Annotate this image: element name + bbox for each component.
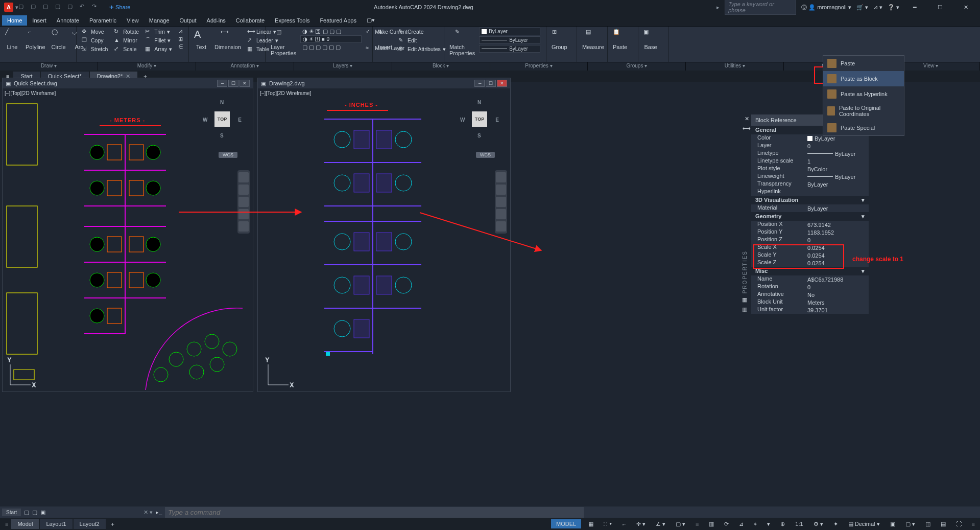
quick-properties-icon[interactable]: ▣: [887, 519, 898, 529]
fillet-button[interactable]: ⌒Fillet ▾: [143, 36, 174, 44]
prop-scale-x[interactable]: Scale X0.0254: [751, 244, 869, 251]
prop-plot-style[interactable]: Plot styleByColor: [751, 165, 869, 173]
customization-icon[interactable]: ≡: [969, 519, 978, 528]
saveas-icon[interactable]: ▢: [55, 3, 63, 11]
tab-focus-icon[interactable]: ▢▾: [362, 15, 380, 26]
extra3-icon[interactable]: ∈: [176, 43, 185, 50]
cmdline-icon-2[interactable]: ▢: [32, 509, 37, 516]
tab-featured-apps[interactable]: Featured Apps: [315, 15, 362, 26]
lineweight-combo[interactable]: ByLayer: [479, 36, 540, 44]
viewcube-top[interactable]: TOP: [472, 111, 487, 127]
viewport-left[interactable]: [−][Top][2D Wireframe] - METERS - N S E …: [3, 88, 253, 391]
doc-maximize-button[interactable]: ☐: [486, 80, 496, 87]
circle-button[interactable]: ◯Circle: [50, 28, 68, 51]
prop-material[interactable]: MaterialByLayer: [751, 204, 869, 212]
tab-collaborate[interactable]: Collaborate: [231, 15, 270, 26]
prop-scale-y[interactable]: Scale Y0.0254: [751, 251, 869, 259]
new-icon[interactable]: ▢: [18, 3, 27, 11]
snap-icon[interactable]: ⸬ ▾: [601, 519, 615, 529]
panel-label-block[interactable]: Block ▾: [392, 62, 490, 71]
layer-properties-button[interactable]: ◫Layer Properties: [269, 28, 298, 57]
share-button[interactable]: ✈ Share: [109, 4, 130, 11]
prop-transparency[interactable]: TransparencyByLayer: [751, 180, 869, 188]
measure-button[interactable]: ▤Measure: [580, 28, 606, 51]
paste-menu-paste-as-block[interactable]: Paste as Block: [823, 71, 904, 86]
isolate-icon[interactable]: ◫: [922, 519, 934, 529]
extra2-icon[interactable]: ⊞: [176, 35, 185, 42]
prop-layer[interactable]: Layer0: [751, 142, 869, 150]
add-layout-icon[interactable]: ＋: [107, 519, 118, 529]
navbar-showmotion-icon[interactable]: [496, 221, 506, 232]
create-button[interactable]: ✎Create: [396, 28, 448, 36]
tab-annotate[interactable]: Annotate: [52, 15, 84, 26]
cmdline-close-icon[interactable]: ✕ ▾: [144, 509, 153, 516]
cmdline-icon-1[interactable]: ▢: [24, 509, 29, 516]
doc-titlebar-right[interactable]: ▣ Drawing2.dwg ━ ☐ ✕: [258, 78, 510, 88]
cycling-icon[interactable]: ⟳: [721, 519, 732, 529]
cart-icon[interactable]: 🛒 ▾: [856, 4, 868, 11]
panel-label-utilities[interactable]: Utilities ▾: [686, 62, 784, 71]
edit-button[interactable]: ✎Edit: [396, 36, 448, 44]
copy-button[interactable]: ❐Copy: [80, 36, 110, 44]
polyline-button[interactable]: ⌐Polyline: [23, 28, 47, 51]
redo-icon[interactable]: ↷: [92, 3, 100, 11]
plot-icon[interactable]: ▢: [67, 3, 76, 11]
viewcube-south[interactable]: S: [477, 133, 481, 139]
clean-screen-icon[interactable]: ⛶: [953, 519, 965, 528]
navigation-bar[interactable]: [495, 170, 507, 234]
prop-linetype[interactable]: LinetypeByLayer: [751, 150, 869, 157]
help-search-input[interactable]: Type a keyword or phrase: [725, 0, 796, 15]
section-geometry[interactable]: Geometry▾: [751, 212, 869, 221]
grid-icon[interactable]: ▦: [585, 519, 596, 529]
annotation-scale[interactable]: 1:1: [792, 519, 806, 528]
layout-tab-layout2[interactable]: Layout2: [74, 519, 106, 529]
panel-label-modify[interactable]: Modify ▾: [98, 62, 196, 71]
prop-name[interactable]: NameA$C6a721988: [751, 275, 869, 283]
viewcube-north[interactable]: N: [477, 100, 481, 105]
hardware-accel-icon[interactable]: ▤: [938, 519, 949, 529]
linetype-combo[interactable]: ByLayer: [479, 45, 540, 53]
edit-attributes-button[interactable]: ⚙Edit Attributes ▾: [396, 45, 448, 53]
prop-linetype-scale[interactable]: Linetype scale1: [751, 157, 869, 165]
viewcube-east[interactable]: E: [238, 117, 242, 123]
palette-pin-icon[interactable]: ⟷: [743, 125, 751, 132]
ortho-icon[interactable]: ⌐: [619, 519, 629, 528]
dimension-button[interactable]: ⟷Dimension: [212, 28, 243, 51]
panel-label-layers[interactable]: Layers ▾: [294, 62, 392, 71]
extra1-icon[interactable]: ⊿: [176, 28, 185, 35]
navbar-wheel-icon[interactable]: [496, 172, 506, 182]
group-button[interactable]: ⊞Group: [549, 28, 569, 51]
layout-menu-icon[interactable]: ≡: [2, 519, 11, 528]
prop-position-y[interactable]: Position Y1183.1952: [751, 228, 869, 236]
palette-quickselect-icon[interactable]: ▦: [742, 296, 747, 303]
help-icon[interactable]: ❔ ▾: [888, 4, 899, 11]
minimize-button[interactable]: ━: [904, 0, 925, 14]
app-icon[interactable]: A: [4, 3, 13, 12]
scale-button[interactable]: ⤢Scale: [112, 45, 141, 53]
viewcube[interactable]: N S E W TOP: [202, 99, 243, 140]
stretch-button[interactable]: ⇲Stretch: [80, 45, 110, 53]
base-button[interactable]: ▣Base: [641, 28, 660, 51]
doc-maximize-button[interactable]: ☐: [228, 80, 238, 87]
palette-pickadd-icon[interactable]: ▥: [742, 306, 747, 313]
signin-icon[interactable]: Ⓠ 👤 mromagnoli ▾: [801, 4, 851, 11]
tab-parametric[interactable]: Parametric: [84, 15, 122, 26]
prop-rotation[interactable]: Rotation0: [751, 283, 869, 291]
units-readout[interactable]: ▤ Decimal ▾: [845, 519, 883, 529]
prop-position-z[interactable]: Position Z0: [751, 236, 869, 244]
transparency-icon[interactable]: ▥: [706, 519, 717, 529]
layer-tools-row1[interactable]: ◑ ☀ ⚿ ▢ ▢ ▢: [300, 28, 362, 35]
doc-minimize-button[interactable]: ━: [474, 80, 485, 87]
section-misc[interactable]: Misc▾: [751, 267, 869, 275]
navbar-orbit-icon[interactable]: [238, 209, 249, 219]
tab-manage[interactable]: Manage: [144, 15, 175, 26]
viewport-label[interactable]: [−][Top][2D Wireframe]: [260, 90, 311, 96]
panel-label-groups[interactable]: Groups ▾: [588, 62, 686, 71]
app-exchange-icon[interactable]: ⊿ ▾: [873, 4, 882, 11]
array-button[interactable]: ▦Array ▾: [143, 45, 174, 53]
selection-filter-icon[interactable]: ▾: [764, 519, 773, 529]
tab-insert[interactable]: Insert: [27, 15, 52, 26]
mirror-button[interactable]: ▲Mirror: [112, 36, 141, 44]
search-caret-icon[interactable]: ▸: [716, 4, 720, 11]
3dosnap-icon[interactable]: ⊿: [736, 519, 747, 529]
